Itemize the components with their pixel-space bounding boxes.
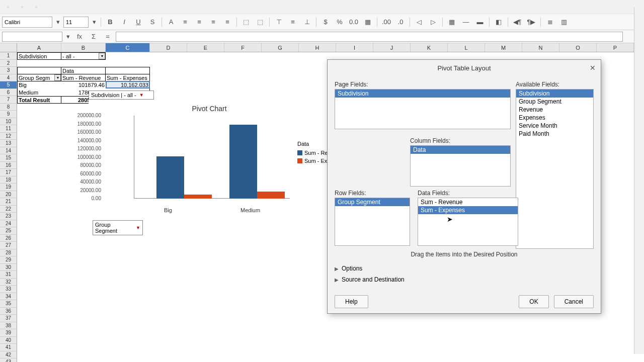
field-item[interactable]: Group Segment — [335, 198, 410, 206]
cancel-button[interactable]: Cancel — [554, 295, 594, 308]
field-item[interactable]: Revenue — [516, 106, 593, 114]
currency-icon[interactable]: $ — [319, 16, 332, 28]
chevron-down-icon[interactable]: ▾ — [64, 31, 71, 43]
options-expander[interactable]: ▶ Options — [335, 263, 594, 274]
filter-dropdown-icon[interactable]: ▾ — [99, 53, 105, 59]
generic-icon[interactable]: ▫ — [30, 1, 42, 13]
row-fields-box[interactable]: Group Segment — [335, 198, 410, 246]
chart-filter-group[interactable]: Group Segment ▼ — [93, 220, 143, 235]
row-header[interactable]: 2 — [0, 60, 17, 67]
row-header[interactable]: 3 — [0, 67, 17, 74]
col-header[interactable]: I — [336, 43, 373, 52]
field-item[interactable]: Expenses — [516, 114, 593, 122]
row-header[interactable]: 19 — [0, 184, 17, 191]
field-item[interactable]: Group Segment — [516, 98, 593, 106]
valign-top-icon[interactable]: ⊤ — [273, 16, 285, 28]
row-header[interactable]: 42 — [0, 351, 17, 359]
cell-reference-input[interactable] — [2, 32, 62, 42]
merge-icon[interactable]: ⬚ — [254, 16, 266, 28]
row-header[interactable]: 36 — [0, 308, 17, 315]
row-header[interactable]: 39 — [0, 329, 17, 337]
field-item[interactable]: Paid Month — [516, 130, 593, 138]
field-item[interactable]: Sum - Expenses — [418, 206, 518, 214]
field-item[interactable]: Subdivision — [516, 89, 593, 98]
row-header[interactable]: 20 — [0, 191, 17, 199]
row-header[interactable]: 25 — [0, 227, 17, 235]
percent-icon[interactable]: % — [334, 16, 346, 28]
align-right-icon[interactable]: ≡ — [207, 16, 219, 28]
col-header[interactable]: A — [17, 43, 61, 52]
select-all-corner[interactable] — [0, 43, 17, 52]
col-header[interactable]: F — [224, 43, 262, 52]
col-header[interactable]: M — [485, 43, 522, 52]
row-header[interactable]: 41 — [0, 344, 17, 351]
inc-decimal-icon[interactable]: .0 — [394, 16, 407, 28]
indent-dec-icon[interactable]: ◁ — [413, 16, 425, 28]
row-header[interactable]: 18 — [0, 176, 17, 184]
row-header[interactable]: 34 — [0, 293, 17, 301]
number-icon[interactable]: 0.0 — [348, 16, 360, 28]
valign-mid-icon[interactable]: ≡ — [287, 16, 299, 28]
italic-icon[interactable]: I — [118, 16, 130, 28]
row-header[interactable]: 5 — [0, 81, 17, 89]
underline-icon[interactable]: U — [132, 16, 144, 28]
formula-input[interactable] — [116, 32, 623, 42]
equals-icon[interactable]: = — [102, 31, 114, 43]
row-header[interactable]: 9 — [0, 111, 17, 118]
row-header[interactable]: 38 — [0, 322, 17, 330]
row-header[interactable]: 26 — [0, 235, 17, 242]
col-header[interactable]: K — [411, 43, 448, 52]
col-header[interactable]: C — [106, 43, 150, 52]
row-header[interactable]: 31 — [0, 271, 17, 279]
row-header[interactable]: 13 — [0, 140, 17, 147]
wrap-icon[interactable]: ⬚ — [240, 16, 252, 28]
row-header[interactable]: 24 — [0, 220, 17, 228]
source-dest-expander[interactable]: ▶ Source and Destination — [335, 274, 594, 285]
function-wizard-icon[interactable]: fx — [73, 31, 86, 43]
row-header[interactable]: 43 — [0, 358, 17, 362]
field-item[interactable]: Data — [411, 146, 510, 154]
col-header[interactable]: L — [448, 43, 485, 52]
borders-icon[interactable]: ▦ — [446, 16, 458, 28]
row-header[interactable]: 1 — [0, 52, 17, 60]
row-header[interactable]: 33 — [0, 286, 17, 293]
filter-dropdown-icon[interactable]: ▾ — [54, 74, 61, 81]
row-header[interactable]: 22 — [0, 206, 17, 213]
outdent-icon[interactable]: ¶▶ — [525, 16, 537, 28]
chevron-down-icon[interactable]: ▾ — [54, 16, 61, 28]
row-header[interactable]: 30 — [0, 264, 17, 272]
column-fields-box[interactable]: Data — [410, 145, 511, 187]
strikethrough-icon[interactable]: S — [146, 16, 158, 28]
row-header[interactable]: 35 — [0, 300, 17, 308]
chart-filter-subdivision[interactable]: Subdivision | - all - ▼ — [89, 90, 154, 100]
col-header[interactable]: J — [373, 43, 411, 52]
columns-icon[interactable]: ▥ — [558, 16, 570, 28]
row-header[interactable]: 8 — [0, 104, 17, 111]
font-size-select[interactable] — [63, 17, 89, 28]
row-header[interactable]: 10 — [0, 118, 17, 126]
indent-icon[interactable]: ◀¶ — [511, 16, 523, 28]
generic-icon[interactable]: ▫ — [2, 1, 14, 13]
row-header[interactable]: 4 — [0, 74, 17, 82]
col-header[interactable]: G — [262, 43, 299, 52]
row-header[interactable]: 32 — [0, 279, 17, 286]
align-justify-icon[interactable]: ≡ — [221, 16, 233, 28]
dialog-titlebar[interactable]: Pivot Table Layout ✕ — [328, 60, 601, 76]
ok-button[interactable]: OK — [519, 295, 548, 308]
row-header[interactable]: 14 — [0, 147, 17, 155]
indent-inc-icon[interactable]: ▷ — [427, 16, 439, 28]
close-icon[interactable]: ✕ — [590, 64, 596, 72]
data-fields-box[interactable]: Sum - Revenue Sum - Expenses — [418, 198, 518, 246]
col-header[interactable]: B — [61, 43, 106, 52]
date-icon[interactable]: ▦ — [362, 16, 374, 28]
row-header[interactable]: 23 — [0, 213, 17, 220]
field-item[interactable]: Sum - Revenue — [418, 198, 518, 206]
field-item[interactable]: Service Month — [516, 122, 593, 130]
valign-bot-icon[interactable]: ⊥ — [301, 16, 313, 28]
border-style-icon[interactable]: — — [460, 16, 472, 28]
row-header[interactable]: 6 — [0, 89, 17, 97]
row-header[interactable]: 11 — [0, 125, 17, 133]
font-color-icon[interactable]: A — [165, 16, 177, 28]
help-button[interactable]: Help — [335, 295, 368, 308]
fill-color-icon[interactable]: ◧ — [493, 16, 505, 28]
